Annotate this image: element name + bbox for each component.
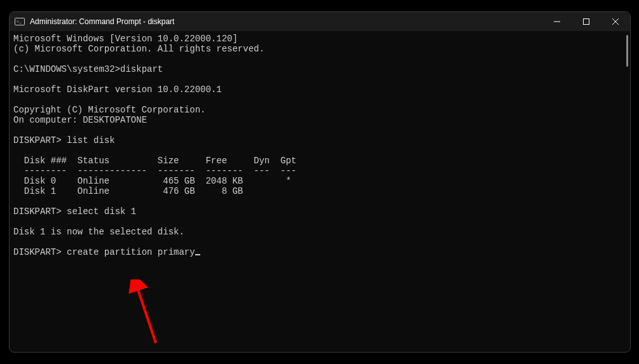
terminal-line: Disk 0 Online 465 GB 2048 KB * bbox=[13, 176, 291, 186]
command-prompt-window: >_ Administrator: Command Prompt - diskp… bbox=[9, 11, 631, 353]
cmd-icon: >_ bbox=[15, 17, 25, 27]
terminal-line: On computer: DESKTOPATONE bbox=[13, 115, 147, 125]
terminal-line: DISKPART> list disk bbox=[13, 135, 115, 145]
close-button[interactable] bbox=[601, 12, 630, 31]
terminal-line: Disk 1 Online 476 GB 8 GB bbox=[13, 186, 243, 196]
terminal-line: Disk 1 is now the selected disk. bbox=[13, 227, 184, 237]
svg-text:>_: >_ bbox=[17, 19, 22, 24]
scrollbar-thumb[interactable] bbox=[626, 35, 628, 67]
svg-rect-3 bbox=[584, 19, 589, 25]
terminal-line: -------- ------------- ------- ------- -… bbox=[13, 166, 296, 176]
titlebar[interactable]: >_ Administrator: Command Prompt - diskp… bbox=[10, 12, 630, 31]
text-cursor bbox=[195, 254, 200, 255]
terminal-line: (c) Microsoft Corporation. All rights re… bbox=[13, 44, 265, 54]
window-title: Administrator: Command Prompt - diskpart bbox=[30, 17, 174, 26]
terminal-line: DISKPART> create partition primary bbox=[13, 247, 195, 257]
terminal-line: Copyright (C) Microsoft Corporation. bbox=[13, 105, 205, 115]
maximize-button[interactable] bbox=[572, 12, 601, 31]
terminal-output[interactable]: Microsoft Windows [Version 10.0.22000.12… bbox=[10, 31, 630, 352]
terminal-line: DISKPART> select disk 1 bbox=[13, 206, 136, 217]
minimize-button[interactable] bbox=[542, 12, 572, 31]
terminal-line: Microsoft DiskPart version 10.0.22000.1 bbox=[13, 84, 222, 95]
terminal-line: C:\WINDOWS\system32>diskpart bbox=[13, 64, 163, 74]
terminal-line: Microsoft Windows [Version 10.0.22000.12… bbox=[13, 34, 238, 44]
terminal-line: Disk ### Status Size Free Dyn Gpt bbox=[13, 156, 296, 166]
